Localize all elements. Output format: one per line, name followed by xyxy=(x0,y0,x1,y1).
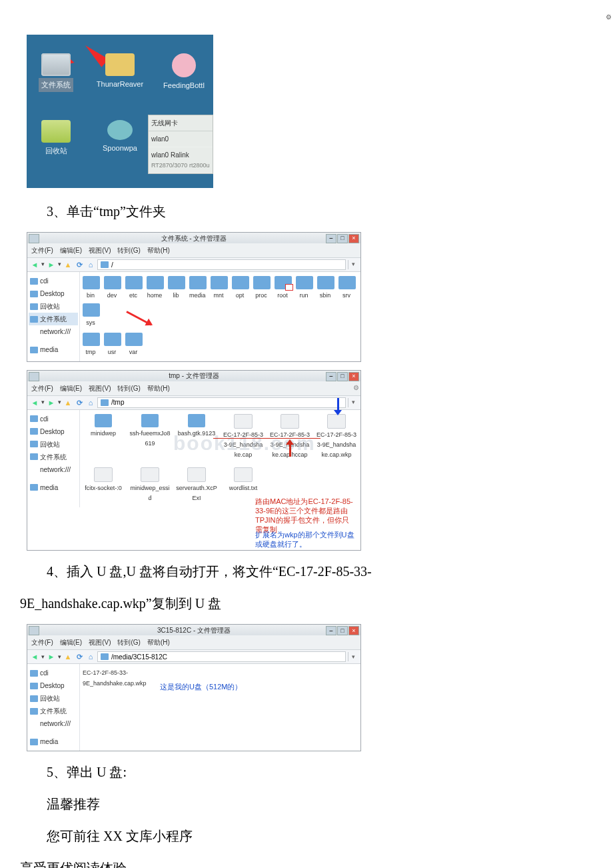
refresh-button[interactable]: ⟳ xyxy=(75,652,84,661)
folder-item[interactable]: bash.gtk.9123 xyxy=(176,414,217,461)
menu-edit[interactable]: 编辑(E) xyxy=(60,245,82,256)
sidebar-item[interactable]: 回收站 xyxy=(29,300,78,313)
sidebar-item[interactable]: Desktop xyxy=(29,287,78,300)
settings-icon[interactable]: ⚙ xyxy=(353,382,359,393)
folder-item[interactable]: lib xyxy=(168,276,184,301)
file-item[interactable]: fcitx-socket-:0 xyxy=(83,467,124,504)
folder-item[interactable]: var xyxy=(125,333,141,357)
back-button[interactable]: ◄ xyxy=(30,260,39,269)
maximize-button[interactable]: □ xyxy=(337,626,348,635)
maximize-button[interactable]: □ xyxy=(337,234,348,243)
forward-button[interactable]: ► xyxy=(47,652,56,661)
desktop-icon-filesystem[interactable]: 文件系统 xyxy=(29,53,83,92)
menu-help[interactable]: 帮助(H) xyxy=(147,245,170,256)
desktop-icon-spoonwpa[interactable]: Spoonwpa xyxy=(93,120,147,155)
back-button[interactable]: ◄ xyxy=(30,398,39,407)
folder-item[interactable]: dev xyxy=(104,276,120,301)
file-pane[interactable]: bindevetchomelibmediamntoptprocrootrunsb… xyxy=(80,272,360,361)
folder-item[interactable]: opt xyxy=(232,276,248,301)
folder-item[interactable]: etc xyxy=(125,276,141,301)
window-menu-icon[interactable] xyxy=(29,626,39,635)
folder-item[interactable]: root xyxy=(275,276,291,301)
minimize-button[interactable]: ‒ xyxy=(326,372,336,381)
refresh-button[interactable]: ⟳ xyxy=(75,398,84,407)
path-dropdown[interactable]: ▾ xyxy=(348,260,358,269)
file-pane[interactable]: book118.com minidwepssh-fueemxJo8619bash… xyxy=(80,410,360,507)
sidebar-item[interactable]: Desktop xyxy=(29,425,78,438)
folder-item[interactable]: ssh-fueemxJo8619 xyxy=(129,414,171,461)
home-button[interactable]: ⌂ xyxy=(86,260,95,269)
sidebar-item-selected[interactable]: 文件系统 xyxy=(29,313,78,325)
path-field[interactable]: / xyxy=(97,259,346,270)
home-button[interactable]: ⌂ xyxy=(86,398,95,407)
menu-go[interactable]: 转到(G) xyxy=(117,245,140,256)
close-button[interactable]: × xyxy=(348,626,359,635)
file-item[interactable]: minidwep_essid xyxy=(129,467,171,504)
file-item[interactable]: serverauth.XcPExI xyxy=(176,467,217,504)
menu-view[interactable]: 视图(V) xyxy=(89,637,111,648)
sidebar-item[interactable]: cdi xyxy=(29,275,78,287)
menu-view[interactable]: 视图(V) xyxy=(89,383,111,394)
menu-file[interactable]: 文件(F) xyxy=(31,383,53,394)
folder-item[interactable]: tmp xyxy=(83,333,99,357)
forward-button[interactable]: ► xyxy=(47,398,56,407)
file-pane[interactable]: EC-17-2F-85-33-9E_handshake.cap.wkp 这是我的… xyxy=(80,664,360,751)
path-dropdown[interactable]: ▾ xyxy=(348,652,358,661)
desktop-icon-trash[interactable]: 回收站 xyxy=(29,120,83,157)
sidebar-item[interactable]: media xyxy=(29,481,78,494)
sidebar-item[interactable]: 文件系统 xyxy=(29,451,78,463)
folder-item[interactable]: sbin xyxy=(317,276,333,301)
refresh-button[interactable]: ⟳ xyxy=(75,260,84,269)
panel-row[interactable]: wlan0 Ralink RT2870/3070 rt2800u xyxy=(149,147,213,173)
menu-view[interactable]: 视图(V) xyxy=(89,245,111,256)
settings-icon[interactable]: ⚙ xyxy=(606,11,612,23)
menu-go[interactable]: 转到(G) xyxy=(117,637,140,648)
sidebar-item[interactable]: network:/// xyxy=(29,325,78,338)
panel-row[interactable]: wlan0 xyxy=(149,131,213,147)
home-button[interactable]: ⌂ xyxy=(86,652,95,661)
folder-item[interactable]: media xyxy=(189,276,205,301)
menu-file[interactable]: 文件(F) xyxy=(31,245,53,256)
minimize-button[interactable]: ‒ xyxy=(326,234,336,243)
path-field[interactable]: /media/3C15-812C xyxy=(97,651,346,662)
file-item[interactable]: EC-17-2F-85-33-9E_handshake.cap xyxy=(223,414,264,461)
sidebar-item[interactable]: cdi xyxy=(29,413,78,425)
menu-edit[interactable]: 编辑(E) xyxy=(60,383,82,394)
sidebar-item[interactable]: network:/// xyxy=(29,717,78,730)
up-button[interactable]: ▲ xyxy=(63,398,73,407)
desktop-icon-thunarreaver[interactable]: ThunarReaver xyxy=(93,53,147,91)
close-button[interactable]: × xyxy=(348,234,359,243)
back-button[interactable]: ◄ xyxy=(30,652,39,661)
sidebar-item[interactable]: media xyxy=(29,343,78,356)
folder-item[interactable]: bin xyxy=(83,276,99,301)
sidebar-item[interactable]: 回收站 xyxy=(29,438,78,451)
up-button[interactable]: ▲ xyxy=(63,260,73,269)
folder-item[interactable]: mnt xyxy=(211,276,227,301)
file-item[interactable]: EC-17-2F-85-33-9E_handshake.cap.wkp xyxy=(316,414,357,461)
close-button[interactable]: × xyxy=(348,372,359,381)
menu-help[interactable]: 帮助(H) xyxy=(147,383,170,394)
menu-help[interactable]: 帮助(H) xyxy=(147,637,170,648)
path-field[interactable]: /tmp xyxy=(97,397,346,408)
desktop-icon-feedingbottle[interactable]: FeedingBottl xyxy=(157,53,211,92)
menu-go[interactable]: 转到(G) xyxy=(117,383,140,394)
folder-item[interactable]: srv xyxy=(338,276,354,301)
sidebar-item[interactable]: Desktop xyxy=(29,679,78,692)
folder-item[interactable]: home xyxy=(147,276,163,301)
folder-item[interactable]: sys xyxy=(83,303,99,328)
maximize-button[interactable]: □ xyxy=(337,372,348,381)
folder-item[interactable]: run xyxy=(296,276,312,301)
folder-item[interactable]: proc xyxy=(253,276,269,301)
sidebar-item[interactable]: media xyxy=(29,735,78,748)
path-dropdown[interactable]: ▾ xyxy=(348,398,358,407)
forward-button[interactable]: ► xyxy=(47,260,56,269)
window-menu-icon[interactable] xyxy=(29,234,39,243)
folder-item[interactable]: usr xyxy=(104,333,120,357)
menu-file[interactable]: 文件(F) xyxy=(31,637,53,648)
file-item[interactable]: EC-17-2F-85-33-9E_handshake.cap.wkp xyxy=(83,668,137,689)
sidebar-item[interactable]: cdi xyxy=(29,667,78,679)
sidebar-item[interactable]: network:/// xyxy=(29,463,78,476)
up-button[interactable]: ▲ xyxy=(63,652,73,661)
sidebar-item[interactable]: 文件系统 xyxy=(29,705,78,717)
window-menu-icon[interactable] xyxy=(29,372,39,381)
